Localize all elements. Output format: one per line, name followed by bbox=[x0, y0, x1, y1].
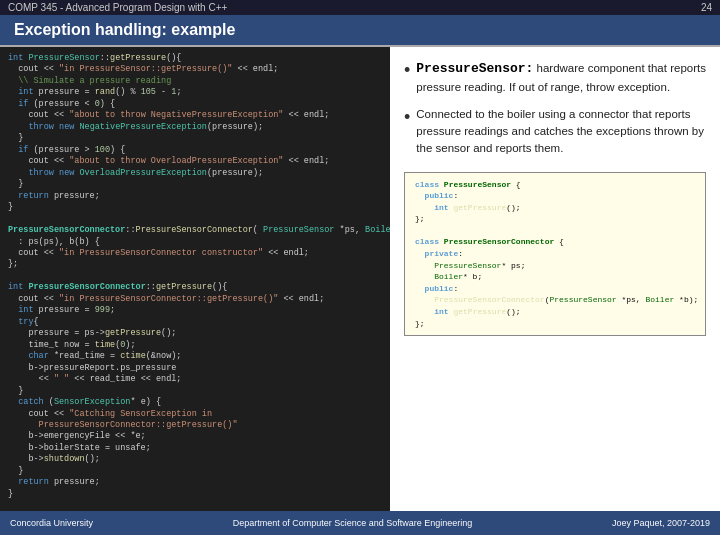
code-panel: int PressureSensor::getPressure(){ cout … bbox=[0, 47, 390, 506]
slide-number: 24 bbox=[701, 2, 712, 13]
footer: Concordia University Department of Compu… bbox=[0, 511, 720, 535]
bullet-2: • Connected to the boiler using a connec… bbox=[404, 106, 706, 158]
class-box: class PressureSensor { public: int getPr… bbox=[404, 172, 706, 337]
bullet-dot-2: • bbox=[404, 108, 410, 126]
right-panel: • PressureSensor: hardware component tha… bbox=[390, 47, 720, 511]
footer-left: Concordia University bbox=[10, 518, 93, 528]
slide-title: Exception handling: example bbox=[14, 21, 235, 38]
footer-right: Joey Paquet, 2007-2019 bbox=[612, 518, 710, 528]
bullet-text-1: PressureSensor: hardware component that … bbox=[416, 59, 706, 96]
top-bar: COMP 345 - Advanced Program Design with … bbox=[0, 0, 720, 15]
footer-center: Department of Computer Science and Softw… bbox=[233, 518, 473, 528]
bullet-body-2: Connected to the boiler using a connecto… bbox=[416, 108, 704, 155]
course-title: COMP 345 - Advanced Program Design with … bbox=[8, 2, 227, 13]
bullet-1: • PressureSensor: hardware component tha… bbox=[404, 59, 706, 96]
bullet-dot-1: • bbox=[404, 61, 410, 79]
slide-header: Exception handling: example bbox=[0, 15, 720, 47]
bullet-title-1: PressureSensor: bbox=[416, 61, 533, 76]
bullet-text-2: Connected to the boiler using a connecto… bbox=[416, 106, 706, 158]
